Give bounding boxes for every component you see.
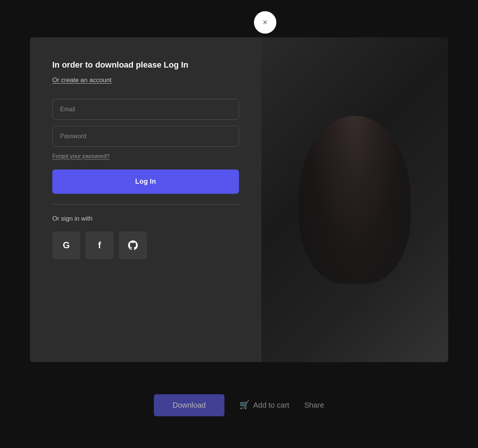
social-buttons-container: G f (52, 231, 239, 259)
share-button[interactable]: Share (304, 401, 324, 410)
add-to-cart-button[interactable]: 🛒 Add to cart (239, 400, 289, 410)
divider (52, 204, 239, 205)
google-icon: G (63, 240, 70, 251)
cart-icon: 🛒 (239, 400, 249, 410)
close-button[interactable]: × (254, 11, 276, 34)
sign-in-with-label: Or sign in with (52, 215, 239, 223)
forgot-password-link[interactable]: Forgot your password? (52, 153, 239, 159)
password-input[interactable] (52, 126, 239, 147)
google-sign-in-button[interactable]: G (52, 231, 80, 259)
github-sign-in-button[interactable] (119, 231, 147, 259)
github-icon (128, 240, 138, 250)
modal-backdrop: In order to download please Log In Or cr… (30, 37, 448, 362)
face-image-area (261, 37, 448, 362)
download-button[interactable]: Download (154, 394, 224, 416)
bottom-action-bar: Download 🛒 Add to cart Share (0, 362, 478, 448)
facebook-icon: f (98, 240, 101, 251)
face-silhouette (299, 116, 411, 284)
modal-content-panel: In order to download please Log In Or cr… (30, 37, 261, 362)
create-account-link[interactable]: Or create an account (52, 77, 239, 84)
email-input[interactable] (52, 99, 239, 120)
add-to-cart-label: Add to cart (253, 401, 289, 410)
login-button[interactable]: Log In (52, 169, 239, 194)
facebook-sign-in-button[interactable]: f (86, 231, 114, 259)
modal-title: In order to download please Log In (52, 60, 239, 71)
